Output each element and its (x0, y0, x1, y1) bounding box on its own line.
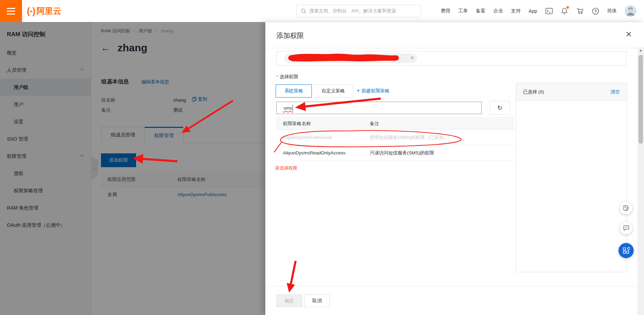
nav-item-app[interactable]: App (529, 8, 537, 14)
apps-grid-icon (622, 247, 630, 254)
drawer-footer: 确定 取消 (265, 286, 644, 315)
refresh-button[interactable]: ↻ (490, 101, 510, 115)
principal-redacted-fragment2: ly (385, 56, 388, 61)
policy-row-dysms-full: AliyunDysmsFullAccess 管理短信服务(SMS)的权限（已添加… (276, 130, 514, 145)
clear-selection-link[interactable]: 清空 (611, 89, 620, 95)
aliyun-logo-mark: (-) (27, 6, 35, 17)
validation-error-text: 请选择权限 (275, 165, 297, 171)
policy-name-cell: AliyunDysmsFullAccess (276, 130, 363, 145)
policy-remark-cell: 管理短信服务(SMS)的权限（已添加） (363, 130, 448, 145)
feedback-survey-button[interactable] (620, 202, 632, 214)
notification-badge-dot (566, 6, 569, 9)
nav-item-billing[interactable]: 费用 (441, 8, 450, 14)
scrollbar-thumb[interactable] (638, 55, 643, 144)
refresh-icon: ↻ (497, 104, 502, 111)
cart-icon[interactable] (576, 7, 584, 15)
policy-remark-cell: 只读访问短信服务(SMS)的权限 (363, 145, 434, 160)
text-caret (293, 105, 293, 111)
select-permission-label: *选择权限 (276, 74, 298, 80)
cloudshell-icon[interactable] (545, 7, 553, 15)
drawer-title: 添加权限 (276, 31, 304, 40)
principal-redacted-fragment: 0070075 (342, 56, 361, 61)
principal-select-box[interactable]: 0070075 ly × (276, 51, 626, 65)
nav-item-enterprise[interactable]: 企业 (493, 8, 503, 14)
selected-count-label: 已选择 (0) (523, 89, 544, 95)
global-search-input[interactable]: 搜索文档、控制台、API、解决方案和资源 (296, 5, 421, 17)
close-icon[interactable]: × (626, 29, 632, 39)
selected-policies-panel: 已选择 (0) 清空 (516, 83, 627, 272)
drawer-scrollbar[interactable]: ▲ (637, 47, 644, 315)
plus-icon: + (357, 88, 360, 93)
nav-item-icp[interactable]: 备案 (476, 8, 485, 14)
aliyun-logo-text: 阿里云 (37, 6, 61, 17)
add-permission-drawer: 添加权限 × 0070075 ly × *选择权限 系统策略 自定义策略 +新建… (265, 22, 644, 315)
hamburger-menu-button[interactable] (0, 0, 22, 22)
aliyun-logo[interactable]: (-) 阿里云 (27, 0, 61, 22)
nav-item-locale[interactable]: 简体 (607, 8, 617, 14)
top-navbar: (-) 阿里云 搜索文档、控制台、API、解决方案和资源 费用 工单 备案 企业… (0, 0, 644, 22)
feedback-chat-button[interactable] (620, 222, 632, 234)
required-mark: * (276, 74, 278, 79)
chat-bubble-icon (623, 225, 630, 231)
notifications-bell-icon[interactable] (561, 7, 568, 15)
column-header-policy-name: 权限策略名称 (276, 118, 363, 129)
search-icon (301, 8, 306, 14)
scroll-up-arrow-icon[interactable]: ▲ (637, 49, 644, 52)
policy-search-input[interactable]: sms (276, 102, 482, 114)
policy-search-value: sms (284, 105, 292, 111)
cancel-button[interactable]: 取消 (304, 294, 330, 307)
tab-custom-policy[interactable]: 自定义策略 (313, 84, 353, 98)
tab-system-policy[interactable]: 系统策略 (276, 84, 312, 98)
policy-type-tabs: 系统策略 自定义策略 (276, 84, 353, 98)
nav-item-support[interactable]: 支持 (511, 8, 521, 14)
mini-apps-button[interactable] (619, 243, 634, 258)
user-avatar[interactable] (625, 5, 636, 17)
policy-row-dysms-readonly[interactable]: AliyunDysmsReadOnlyAccess 只读访问短信服务(SMS)的… (276, 145, 514, 161)
principal-tag: 0070075 ly × (284, 53, 417, 63)
new-policy-link[interactable]: +新建权限策略 (357, 88, 389, 94)
remove-tag-icon[interactable]: × (410, 54, 414, 61)
policy-table: 权限策略名称 备注 AliyunDysmsFullAccess 管理短信服务(S… (276, 117, 514, 161)
confirm-button[interactable]: 确定 (276, 294, 302, 307)
nav-item-tickets[interactable]: 工单 (458, 8, 468, 14)
drawer-header: 添加权限 × (265, 22, 644, 48)
survey-pencil-icon (623, 205, 629, 211)
modal-backdrop[interactable] (0, 22, 265, 315)
column-header-remark: 备注 (363, 118, 379, 129)
selected-count: (0) (538, 89, 544, 94)
search-placeholder: 搜索文档、控制台、API、解决方案和资源 (309, 8, 396, 14)
policy-name-cell: AliyunDysmsReadOnlyAccess (276, 145, 363, 160)
help-icon[interactable]: ? (592, 7, 599, 15)
svg-text:?: ? (594, 9, 596, 13)
